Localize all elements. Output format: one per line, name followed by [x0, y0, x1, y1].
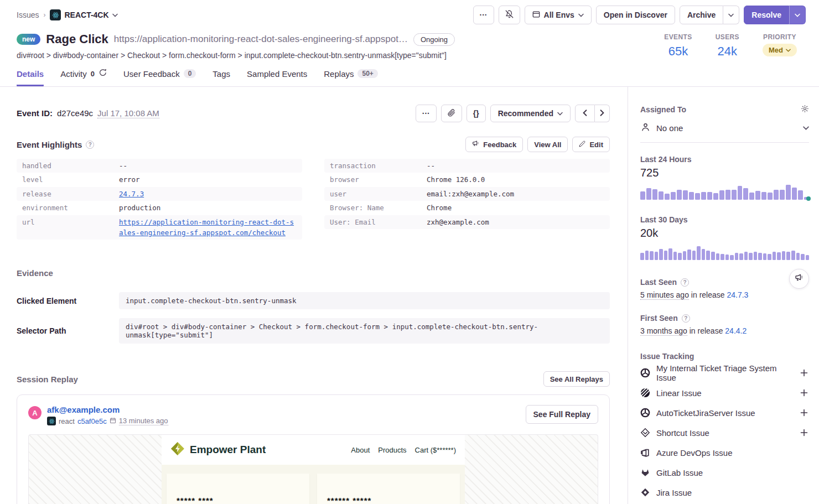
chevron-left-icon	[583, 109, 587, 118]
archive-button[interactable]: Archive	[680, 6, 723, 24]
ticket-wheel-icon	[640, 408, 650, 418]
first-seen-release-link[interactable]: 24.4.2	[725, 326, 747, 335]
event-sort-dropdown[interactable]: Recommended	[490, 105, 571, 122]
tab-activity[interactable]: Activity 0	[60, 69, 107, 86]
tab-user-feedback[interactable]: User Feedback 0	[123, 69, 196, 86]
priority-selector[interactable]: Med	[763, 44, 797, 56]
chevron-down-icon	[728, 13, 734, 17]
replay-user-email-link[interactable]: afk@example.com	[47, 405, 168, 414]
edit-label: Edit	[589, 141, 603, 149]
table-row: levelerror	[17, 173, 302, 186]
events-stat-value[interactable]: 65k	[664, 44, 692, 59]
breadcrumb-project-selector[interactable]: REACT-4CK	[50, 9, 117, 20]
event-sort-label: Recommended	[498, 109, 553, 118]
first-seen-time[interactable]: 3 months ago	[640, 326, 687, 336]
tab-details[interactable]: Details	[17, 69, 44, 86]
replay-id-link[interactable]: c5af0e5c	[77, 417, 107, 425]
plus-icon[interactable]	[799, 408, 809, 418]
issue-details-main: Event ID: d27ce49c Jul 17, 10:08 AM ··· …	[0, 87, 628, 504]
window-icon	[532, 11, 540, 20]
issue-title-block: new Rage Click https://application-monit…	[17, 32, 455, 60]
view-all-button[interactable]: View All	[527, 137, 568, 152]
help-icon[interactable]: ?	[86, 141, 94, 149]
last-30d-bar-chart[interactable]	[640, 245, 809, 260]
see-full-replay-button[interactable]: See Full Replay	[526, 405, 598, 424]
issue-tracking-item-label[interactable]: Jira Issue	[656, 488, 809, 497]
next-event-button[interactable]	[595, 105, 610, 122]
help-icon[interactable]: ?	[681, 278, 689, 287]
tab-sampled-events[interactable]: Sampled Events	[247, 69, 307, 86]
kv-key: url	[22, 217, 119, 238]
event-id-block: Event ID: d27ce49c Jul 17, 10:08 AM	[17, 108, 159, 118]
replay-time-ago[interactable]: 13 minutes ago	[119, 417, 168, 425]
kv-value: production	[119, 202, 160, 213]
event-more-label: ···	[422, 109, 430, 118]
tab-replays[interactable]: Replays 50+	[324, 69, 378, 86]
feedback-button[interactable]: Feedback	[465, 137, 523, 152]
resolve-button[interactable]: Resolve	[744, 6, 789, 24]
event-link-button[interactable]	[441, 105, 462, 122]
plus-icon[interactable]	[799, 388, 809, 398]
replay-product-card: ****** ***** **** ****** ***** *** *****…	[317, 474, 460, 504]
event-more-button[interactable]: ···	[416, 105, 437, 122]
archive-split-button: Archive	[680, 6, 739, 24]
environment-filter-button[interactable]: All Envs	[525, 6, 592, 24]
table-row: handled--	[17, 159, 302, 173]
feedback-floating-button[interactable]	[789, 269, 809, 289]
issue-tracking-item-label[interactable]: AutoTicketJiraServer Issue	[656, 408, 793, 418]
replay-site-header: Empower Plant About Products Cart ($****…	[162, 435, 465, 465]
issue-tracking-item-label[interactable]: Shortcut Issue	[656, 428, 793, 438]
assignee-selector[interactable]: No one	[640, 115, 809, 143]
issue-tracking-item-label[interactable]: GitLab Issue	[656, 468, 809, 477]
plus-icon[interactable]	[799, 368, 809, 378]
users-stat-value[interactable]: 24k	[716, 44, 739, 59]
avatar: A	[28, 406, 42, 419]
tab-activity-label: Activity	[60, 69, 87, 79]
last-seen-time[interactable]: 5 minutes ago	[640, 290, 689, 300]
events-stat: EVENTS 65k	[664, 33, 692, 60]
kv-key: User: Email	[330, 217, 427, 227]
replay-site-products: ***** **** *** **** **** *** ****** Add …	[162, 465, 465, 504]
gear-icon[interactable]	[801, 105, 809, 115]
list-item: GitLab Issue	[640, 463, 809, 482]
list-item: Shortcut Issue	[640, 423, 809, 443]
help-icon[interactable]: ?	[682, 314, 690, 323]
issue-tracking-item-label[interactable]: Azure DevOps Issue	[656, 448, 809, 458]
url-link[interactable]: https://application-monitoring-react-dot…	[119, 217, 297, 238]
resolve-dropdown-button[interactable]	[789, 6, 806, 24]
replay-user-block: A afk@example.com react c5af0e5c 13 minu…	[28, 405, 168, 425]
session-replay-title: Session Replay	[17, 375, 78, 384]
chevron-right-icon	[600, 109, 604, 118]
tab-tags[interactable]: Tags	[212, 69, 230, 86]
gitlab-icon	[640, 467, 650, 477]
event-json-button[interactable]: {}	[466, 105, 486, 122]
last-24h-bar-chart[interactable]	[640, 184, 809, 200]
issue-tracking-item-label[interactable]: Linear Issue	[656, 388, 793, 398]
more-actions-button[interactable]: ···	[473, 6, 494, 24]
event-timestamp[interactable]: Jul 17, 10:08 AM	[97, 108, 159, 118]
table-row: release24.7.3	[17, 187, 302, 201]
azure-devops-icon	[640, 448, 650, 458]
tab-details-label: Details	[17, 69, 44, 79]
breadcrumb-project-label: REACT-4CK	[64, 11, 108, 19]
mute-notifications-button[interactable]	[499, 6, 520, 24]
last-seen-release-link[interactable]: 24.7.3	[727, 290, 748, 299]
event-pagination	[575, 105, 610, 122]
see-all-replays-button[interactable]: See All Replays	[543, 371, 610, 387]
more-actions-label: ···	[480, 11, 488, 19]
archive-dropdown-button[interactable]	[723, 6, 739, 24]
edit-button[interactable]: Edit	[572, 137, 610, 152]
calendar-icon	[110, 417, 116, 425]
open-in-discover-button[interactable]: Open in Discover	[596, 6, 675, 24]
replay-preview[interactable]: Empower Plant About Products Cart ($****…	[28, 434, 598, 504]
previous-event-button[interactable]	[575, 105, 595, 122]
plus-icon[interactable]	[799, 428, 809, 438]
users-stat-label: USERS	[716, 33, 739, 41]
clicked-element-value: input.complete-checkout-btn.sentry-unmas…	[119, 292, 610, 309]
breadcrumb-issues-link[interactable]: Issues	[17, 11, 39, 19]
event-highlights-buttons: Feedback View All Edit	[465, 137, 610, 152]
first-seen-infix: in release	[690, 326, 723, 335]
list-item: AutoTicketJiraServer Issue	[640, 403, 809, 423]
release-link[interactable]: 24.7.3	[119, 189, 144, 199]
issue-tracking-item-label[interactable]: My Internal Ticket Triage System Issue	[656, 363, 793, 382]
